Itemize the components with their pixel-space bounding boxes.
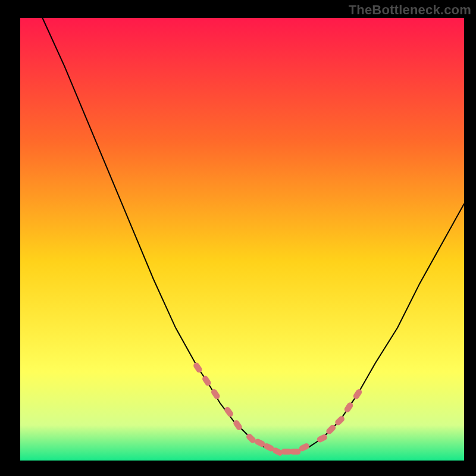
- curve-marker: [290, 449, 301, 455]
- plot-background: [20, 18, 464, 461]
- chart-frame: TheBottleneck.com: [0, 0, 476, 476]
- bottleneck-chart: [0, 0, 476, 476]
